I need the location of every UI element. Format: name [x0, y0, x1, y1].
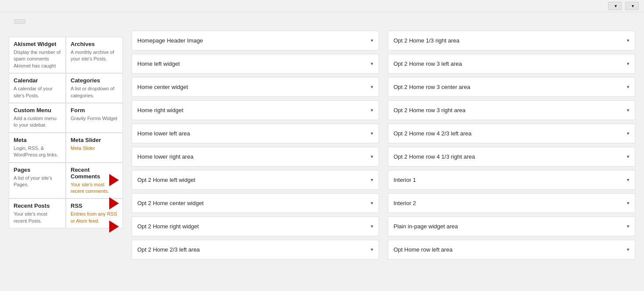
area-name: Opt 2 Home left widget — [137, 177, 195, 183]
area-row[interactable]: Plain in-page widget area▾ — [388, 216, 635, 236]
widget-areas-col1: Homepage Header Image▾Home left widget▾H… — [132, 31, 379, 263]
dropdown-arrow-icon: ▾ — [627, 38, 630, 43]
area-row[interactable]: Interior 2▾ — [388, 193, 635, 213]
area-name: Home right widget — [137, 107, 183, 114]
dropdown-arrow-icon: ▾ — [627, 107, 630, 113]
area-name: Home left widget — [137, 60, 180, 67]
help-arrow-icon: ▾ — [632, 4, 634, 8]
area-name: Interior 1 — [394, 177, 416, 183]
content-area: Akismet WidgetDisplay the number of spam… — [9, 31, 635, 263]
widget-item[interactable]: PagesA list of your site's Pages. — [9, 163, 66, 199]
widget-name: Custom Menu — [14, 107, 61, 114]
widget-desc: A list or dropdown of categories. — [71, 85, 118, 99]
widget-desc: Login, RSS, & WordPress.org links. — [14, 145, 61, 159]
area-name: Homepage Header Image — [137, 37, 203, 44]
area-row[interactable]: Opt 2 Home row 3 right area▾ — [388, 100, 635, 120]
area-row[interactable]: Opt 2 Home row 4 2/3 left area▾ — [388, 124, 635, 143]
widget-item[interactable]: Recent PostsYour site's most recent Post… — [9, 199, 66, 228]
widget-name: Categories — [71, 77, 118, 84]
area-name: Opt 2 Home row 4 1/3 right area — [394, 153, 475, 160]
widget-item[interactable]: FormGravity Forms Widget — [66, 103, 123, 133]
widget-desc: Your site's most recent Posts. — [14, 211, 61, 224]
area-row[interactable]: Interior 1▾ — [388, 170, 635, 190]
area-row[interactable]: Home lower left area▾ — [132, 124, 379, 143]
area-row[interactable]: Home center widget▾ — [132, 77, 379, 97]
widget-name: Form — [71, 107, 118, 114]
dropdown-arrow-icon: ▾ — [371, 131, 373, 136]
area-name: Opt 2 Home row 3 center area — [394, 84, 470, 90]
dropdown-arrow-icon: ▾ — [371, 107, 373, 113]
widget-name: Archives — [71, 41, 118, 47]
widget-desc: Display the number of spam comments Akis… — [14, 49, 61, 69]
area-name: Opt 2 Home 2/3 left area — [137, 246, 200, 253]
dropdown-arrow-icon: ▾ — [371, 154, 373, 160]
area-name: Plain in-page widget area — [394, 223, 458, 230]
widget-name: Akismet Widget — [14, 41, 61, 47]
dropdown-arrow-icon: ▾ — [371, 38, 373, 43]
area-name: Interior 2 — [394, 200, 416, 206]
widget-name: Meta — [14, 137, 61, 143]
widget-name: Recent Posts — [14, 202, 61, 209]
dropdown-arrow-icon: ▾ — [627, 200, 630, 206]
dropdown-arrow-icon: ▾ — [627, 177, 630, 183]
area-row[interactable]: Opt Home row left area▾ — [388, 240, 635, 259]
area-row[interactable]: Opt 2 Home 1/3 right area▾ — [388, 31, 635, 50]
widget-name: Meta Slider — [71, 137, 118, 143]
area-row[interactable]: Opt 2 Home left widget▾ — [132, 170, 379, 190]
area-row[interactable]: Opt 2 Home row 3 center area▾ — [388, 77, 635, 97]
widget-item[interactable]: ArchivesA monthly archive of your site's… — [66, 37, 123, 73]
manage-in-customizer-button[interactable] — [14, 19, 25, 24]
widget-areas-col2: Opt 2 Home 1/3 right area▾Opt 2 Home row… — [388, 31, 635, 263]
dropdown-arrow-icon: ▾ — [627, 84, 630, 90]
widget-item[interactable]: CalendarA calendar of your site's Posts. — [9, 73, 66, 103]
area-row[interactable]: Opt 2 Home right widget▾ — [132, 216, 379, 236]
area-name: Opt 2 Home right widget — [137, 223, 199, 230]
widget-item[interactable]: Custom MenuAdd a custom menu to your sid… — [9, 103, 66, 133]
widget-name: Pages — [14, 167, 61, 173]
page-wrap: Akismet WidgetDisplay the number of spam… — [0, 12, 644, 270]
area-name: Opt 2 Home 1/3 right area — [394, 37, 459, 44]
screen-options-arrow-icon: ▾ — [615, 4, 617, 8]
dropdown-arrow-icon: ▾ — [627, 154, 630, 160]
widget-desc: A list of your site's Pages. — [14, 175, 61, 188]
area-name: Home lower right area — [137, 153, 193, 160]
dropdown-arrow-icon: ▾ — [627, 61, 630, 67]
dropdown-arrow-icon: ▾ — [371, 84, 373, 90]
area-name: Opt 2 Home row 3 left area — [394, 60, 462, 67]
dropdown-arrow-icon: ▾ — [371, 61, 373, 67]
area-row[interactable]: Home right widget▾ — [132, 100, 379, 120]
area-row[interactable]: Opt 2 Home row 3 left area▾ — [388, 54, 635, 74]
red-arrow-icon — [109, 197, 129, 209]
widget-item[interactable]: CategoriesA list or dropdown of categori… — [66, 73, 123, 103]
dropdown-arrow-icon: ▾ — [627, 247, 630, 252]
widget-item[interactable]: MetaLogin, RSS, & WordPress.org links. — [9, 133, 66, 163]
widget-item[interactable]: Akismet WidgetDisplay the number of spam… — [9, 37, 66, 73]
area-name: Opt Home row left area — [394, 246, 452, 253]
area-name: Home center widget — [137, 84, 188, 90]
help-button[interactable]: ▾ — [625, 2, 639, 10]
area-name: Opt 2 Home row 3 right area — [394, 107, 465, 114]
widget-item[interactable]: Meta SliderMeta Slider — [66, 133, 123, 163]
widget-desc: Meta Slider — [71, 145, 118, 152]
area-row[interactable]: Opt 2 Home center widget▾ — [132, 193, 379, 213]
screen-options-button[interactable]: ▾ — [608, 2, 622, 10]
dropdown-arrow-icon: ▾ — [371, 200, 373, 206]
area-row[interactable]: Opt 2 Home 2/3 left area▾ — [132, 240, 379, 259]
widget-name: Calendar — [14, 77, 61, 84]
dropdown-arrow-icon: ▾ — [371, 224, 373, 229]
dropdown-arrow-icon: ▾ — [627, 224, 630, 229]
widget-grid: Akismet WidgetDisplay the number of spam… — [9, 37, 123, 228]
red-arrow-icon — [109, 174, 129, 186]
area-row[interactable]: Opt 2 Home row 4 1/3 right area▾ — [388, 147, 635, 167]
dropdown-arrow-icon: ▾ — [371, 177, 373, 183]
area-row[interactable]: Homepage Header Image▾ — [132, 31, 379, 50]
widget-desc: Gravity Forms Widget — [71, 115, 118, 122]
area-name: Home lower left area — [137, 130, 190, 137]
area-row[interactable]: Home lower right area▾ — [132, 147, 379, 167]
widget-desc: Add a custom menu to your sidebar. — [14, 115, 61, 129]
widget-desc: A calendar of your site's Posts. — [14, 85, 61, 99]
right-area: Homepage Header Image▾Home left widget▾H… — [132, 31, 635, 263]
area-row[interactable]: Home left widget▾ — [132, 54, 379, 74]
red-arrow-icon — [109, 220, 129, 233]
area-name: Opt 2 Home row 4 2/3 left area — [394, 130, 472, 137]
